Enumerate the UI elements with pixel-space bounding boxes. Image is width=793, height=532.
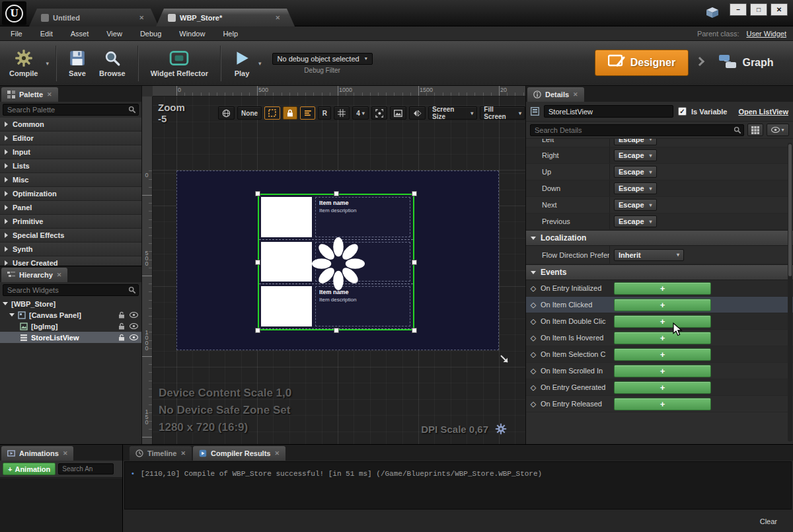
lock-icon[interactable]: [118, 311, 125, 319]
section-events[interactable]: Events: [526, 264, 793, 280]
tab-wbp-store[interactable]: WBP_Store* ✕: [156, 9, 295, 26]
animations-search-input[interactable]: [58, 463, 114, 475]
close-button[interactable]: ✕: [771, 3, 788, 16]
tree-node-storelistview[interactable]: StoreListView: [0, 332, 141, 343]
tab-timeline[interactable]: Timeline ✕: [130, 446, 192, 461]
tab-palette[interactable]: Palette ✕: [1, 87, 58, 102]
designer-viewport[interactable]: 0 500 1000 1500 20 0 500 1000 150 Item n…: [142, 86, 525, 444]
minimize-button[interactable]: –: [730, 3, 747, 16]
palette-item-editor[interactable]: Editor: [0, 132, 141, 145]
outline-toggle-button[interactable]: [264, 106, 280, 120]
menu-debug[interactable]: Debug: [140, 30, 161, 38]
selection-handle[interactable]: [412, 260, 417, 265]
palette-search-input[interactable]: [3, 104, 139, 116]
resize-handle[interactable]: [499, 354, 510, 365]
hierarchy-search-input[interactable]: [3, 284, 139, 296]
graph-mode-button[interactable]: Graph: [710, 50, 782, 76]
palette-item-optimization[interactable]: Optimization: [0, 187, 141, 201]
palette-item-input[interactable]: Input: [0, 145, 141, 159]
eye-icon[interactable]: [130, 323, 138, 329]
realtime-toggle-button[interactable]: R: [318, 106, 331, 120]
lock-icon[interactable]: [118, 323, 125, 330]
palette-item-user-created[interactable]: User Created: [0, 256, 141, 266]
tab-close-icon[interactable]: ✕: [139, 15, 144, 21]
palette-item-panel[interactable]: Panel: [0, 201, 141, 215]
browse-button[interactable]: Browse: [93, 44, 132, 83]
flip-preview-button[interactable]: [409, 106, 426, 120]
add-event-button[interactable]: +: [614, 348, 711, 361]
anchor-button[interactable]: [371, 106, 388, 120]
selection-handle[interactable]: [255, 328, 260, 333]
preview-background-button[interactable]: [390, 106, 406, 120]
close-icon[interactable]: ✕: [47, 91, 52, 98]
escape-select[interactable]: Escape▾: [614, 166, 657, 178]
designer-mode-button[interactable]: Designer: [595, 50, 689, 76]
menu-asset[interactable]: Asset: [71, 30, 89, 38]
add-animation-button[interactable]: + Animation: [3, 463, 56, 475]
close-icon[interactable]: ✕: [63, 450, 68, 457]
details-search-input[interactable]: [530, 124, 744, 136]
escape-select[interactable]: Escape▾: [614, 182, 657, 194]
fill-screen-select[interactable]: Fill Screen ▾: [480, 106, 525, 120]
add-event-button[interactable]: +: [614, 299, 711, 311]
compile-button[interactable]: Compile: [3, 44, 44, 83]
add-event-button[interactable]: +: [614, 282, 711, 295]
add-event-button[interactable]: +: [614, 315, 711, 328]
grid-snap-button[interactable]: [334, 106, 350, 120]
compiler-results-log[interactable]: •[2110,10] Compile of WBP_Store successf…: [124, 461, 792, 510]
compile-options-caret-icon[interactable]: ▾: [46, 60, 49, 67]
lock-toggle-button[interactable]: [283, 106, 297, 120]
menu-window[interactable]: Window: [179, 30, 205, 38]
palette-item-primitive[interactable]: Primitive: [0, 215, 141, 229]
add-event-button[interactable]: +: [614, 398, 711, 410]
open-listview-link[interactable]: Open ListView: [738, 108, 788, 116]
selection-handle[interactable]: [334, 191, 339, 196]
selection-handle[interactable]: [255, 191, 260, 196]
localization-preview-button[interactable]: [300, 106, 316, 120]
debug-object-select[interactable]: No debug object selected ▾: [272, 53, 373, 65]
close-icon[interactable]: ✕: [180, 450, 186, 457]
list-entry[interactable]: Item name Item description: [259, 195, 413, 240]
screen-size-select[interactable]: Screen Size ▾: [428, 106, 477, 120]
tab-compiler-results[interactable]: Compiler Results ✕: [193, 446, 285, 461]
tree-node-wbp-store[interactable]: [WBP_Store]: [0, 298, 141, 309]
property-visibility-button[interactable]: ▾: [767, 124, 789, 136]
tab-close-icon[interactable]: ✕: [275, 15, 280, 21]
tab-hierarchy[interactable]: Hierarchy ✕: [1, 268, 67, 282]
none-button[interactable]: None: [237, 106, 262, 120]
maximize-button[interactable]: □: [750, 3, 767, 16]
escape-select[interactable]: Escape▾: [614, 199, 657, 211]
palette-item-lists[interactable]: Lists: [0, 159, 141, 173]
selection-handle[interactable]: [412, 328, 417, 333]
lock-icon[interactable]: [118, 334, 125, 341]
add-event-button[interactable]: +: [614, 381, 711, 394]
escape-select[interactable]: Escape▾: [614, 149, 657, 161]
palette-item-common[interactable]: Common: [0, 118, 141, 132]
escape-select[interactable]: Escape▾: [614, 139, 657, 145]
palette-item-synth[interactable]: Synth: [0, 243, 141, 256]
selection-handle[interactable]: [334, 328, 339, 333]
tab-untitled[interactable]: Untitled ✕: [29, 9, 159, 26]
menu-edit[interactable]: Edit: [40, 30, 53, 38]
eye-icon[interactable]: [130, 334, 138, 340]
widget-name-input[interactable]: [544, 105, 673, 118]
play-button[interactable]: Play: [227, 44, 257, 83]
close-icon[interactable]: ✕: [57, 272, 62, 278]
selection-handle[interactable]: [412, 191, 417, 196]
save-button[interactable]: Save: [62, 44, 93, 83]
tree-node-canvas-panel[interactable]: [Canvas Panel]: [0, 309, 141, 321]
close-icon[interactable]: ✕: [274, 450, 280, 457]
flow-direction-select[interactable]: Inherit▾: [614, 249, 684, 261]
palette-item-misc[interactable]: Misc: [0, 173, 141, 187]
scrollbar-thumb[interactable]: [788, 144, 792, 276]
widget-reflector-button[interactable]: Widget Reflector: [144, 44, 215, 83]
menu-help[interactable]: Help: [223, 30, 238, 38]
selection-handle[interactable]: [255, 260, 260, 265]
collapse-arrow-icon[interactable]: [3, 302, 8, 305]
escape-select[interactable]: Escape▾: [614, 215, 657, 227]
eye-icon[interactable]: [130, 312, 138, 318]
tab-animations[interactable]: Animations ✕: [1, 446, 73, 461]
clear-button[interactable]: Clear: [755, 515, 782, 527]
details-scrollbar[interactable]: [788, 143, 792, 441]
menu-file[interactable]: File: [11, 30, 22, 38]
